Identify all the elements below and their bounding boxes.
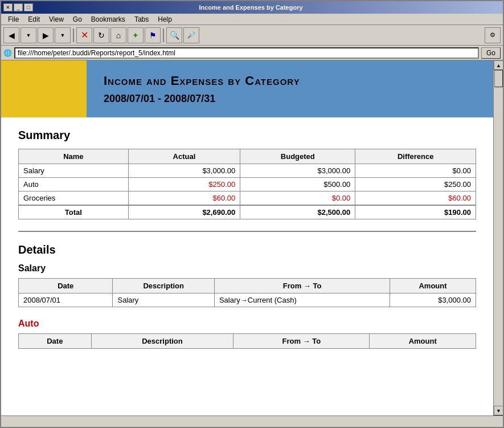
summary-row-difference: $60.00	[355, 191, 476, 206]
location-label: 🌐	[3, 49, 12, 57]
browser-window: ✕ _ □ Income and Expenses by Category Fi…	[0, 0, 504, 428]
summary-row-name: Groceries	[19, 191, 129, 206]
browser-content: Income and Expenses by Category 2008/07/…	[1, 60, 503, 415]
summary-row-difference: $0.00	[355, 164, 476, 178]
detail-col-from-to-salary: From → To	[214, 279, 390, 294]
detail-table-auto: Date Description From → To Amount	[18, 333, 476, 349]
summary-row-budgeted: $3,000.00	[240, 164, 355, 178]
detail-header-row-auto: Date Description From → To Amount	[19, 334, 476, 349]
table-row: 2008/07/01 Salary Salary→Current (Cash) …	[19, 294, 476, 307]
section-divider	[18, 231, 476, 232]
summary-row-budgeted: $0.00	[240, 191, 355, 206]
salary-date: 2008/07/01	[19, 294, 113, 307]
summary-row-name: Auto	[19, 178, 129, 191]
salary-from-to: Salary→Current (Cash)	[214, 294, 390, 307]
summary-row-actual: $250.00	[128, 178, 240, 191]
menu-file[interactable]: File	[3, 14, 23, 25]
detail-col-date-auto: Date	[19, 334, 92, 349]
menu-bookmarks[interactable]: Bookmarks	[87, 14, 130, 25]
detail-col-desc-salary: Description	[113, 279, 214, 294]
scroll-up-button[interactable]: ▲	[494, 60, 503, 70]
window-title: Income and Expenses by Category	[33, 4, 469, 11]
category-title-auto: Auto	[18, 319, 476, 329]
window-controls: ✕ _ □	[3, 3, 33, 11]
report-title: Income and Expenses by Category	[104, 74, 300, 88]
summary-row-actual: $3,000.00	[128, 164, 240, 178]
summary-total-cell-2: $2,500.00	[240, 205, 355, 219]
summary-row-name: Salary	[19, 164, 129, 178]
menu-bar: File Edit View Go Bookmarks Tabs Help	[1, 14, 503, 25]
forward-dropdown[interactable]: ▼	[55, 27, 71, 43]
table-row: Auto$250.00$500.00$250.00	[19, 178, 476, 191]
page-content: Income and Expenses by Category 2008/07/…	[1, 60, 493, 372]
detail-col-from-to-auto: From → To	[233, 334, 370, 349]
content-area: Summary Name Actual Budgeted Difference …	[1, 117, 493, 372]
header-text-area: Income and Expenses by Category 2008/07/…	[87, 60, 317, 117]
table-row: Salary$3,000.00$3,000.00$0.00	[19, 164, 476, 178]
address-bar: 🌐 Go	[1, 46, 503, 60]
menu-go[interactable]: Go	[68, 14, 87, 25]
forward-button[interactable]: ▶	[38, 27, 54, 43]
scroll-thumb[interactable]	[494, 70, 503, 87]
bookmark-flag[interactable]: ⚑	[145, 27, 161, 43]
status-bar	[1, 415, 503, 427]
summary-col-actual: Actual	[128, 149, 240, 164]
detail-col-desc-auto: Description	[91, 334, 233, 349]
salary-amount: $3,000.00	[390, 294, 476, 307]
menu-view[interactable]: View	[44, 14, 68, 25]
detail-header-row-salary: Date Description From → To Amount	[19, 279, 476, 294]
report-date-range: 2008/07/01 - 2008/07/31	[104, 93, 300, 105]
summary-col-budgeted: Budgeted	[240, 149, 355, 164]
menu-tabs[interactable]: Tabs	[130, 14, 153, 25]
summary-total-cell-1: $2,690.00	[128, 205, 240, 219]
back-dropdown[interactable]: ▼	[21, 27, 36, 43]
summary-total-row: Total$2,690.00$2,500.00$190.00	[19, 205, 476, 219]
detail-table-salary: Date Description From → To Amount 2008/0…	[18, 278, 476, 307]
home-button[interactable]: ⌂	[110, 27, 126, 43]
back-button[interactable]: ◀	[3, 27, 19, 43]
summary-col-difference: Difference	[355, 149, 476, 164]
summary-row-budgeted: $500.00	[240, 178, 355, 191]
summary-total-cell-0: Total	[19, 205, 129, 219]
salary-description: Salary	[113, 294, 214, 307]
close-button[interactable]: ✕	[3, 3, 13, 11]
stop-button[interactable]: ✕	[76, 27, 92, 43]
summary-section-title: Summary	[18, 129, 476, 142]
category-title-salary: Salary	[18, 263, 476, 274]
scroll-down-button[interactable]: ▼	[494, 406, 503, 415]
url-input[interactable]	[14, 47, 479, 59]
summary-header-row: Name Actual Budgeted Difference	[19, 149, 476, 164]
refresh-button[interactable]: ↻	[93, 27, 109, 43]
minimize-button[interactable]: _	[14, 3, 23, 11]
scroll-track[interactable]	[494, 70, 503, 406]
header-yellow-decoration	[1, 60, 87, 117]
zoom-button[interactable]: 🔎	[183, 27, 199, 43]
page-scroll-area[interactable]: Income and Expenses by Category 2008/07/…	[1, 60, 493, 415]
summary-col-name: Name	[19, 149, 129, 164]
details-section-title: Details	[18, 243, 476, 256]
maximize-button[interactable]: □	[24, 3, 33, 11]
menu-edit[interactable]: Edit	[23, 14, 44, 25]
summary-total-cell-3: $190.00	[355, 205, 476, 219]
report-header: Income and Expenses by Category 2008/07/…	[1, 60, 493, 117]
detail-col-amount-salary: Amount	[390, 279, 476, 294]
summary-row-difference: $250.00	[355, 178, 476, 191]
summary-row-actual: $60.00	[128, 191, 240, 206]
vertical-scrollbar: ▲ ▼	[493, 60, 503, 415]
search-button[interactable]: 🔍	[166, 27, 182, 43]
toolbar: ◀ ▼ ▶ ▼ ✕ ↻ ⌂ ✦ ⚑ 🔍 🔎 ⚙	[1, 25, 503, 46]
menu-help[interactable]: Help	[153, 14, 177, 25]
summary-table: Name Actual Budgeted Difference Salary$3…	[18, 149, 476, 219]
table-row: Groceries$60.00$0.00$60.00	[19, 191, 476, 206]
title-bar: ✕ _ □ Income and Expenses by Category	[1, 1, 503, 14]
go-button[interactable]: Go	[481, 47, 501, 59]
detail-col-amount-auto: Amount	[370, 334, 476, 349]
toolbar-separator-2	[163, 28, 164, 42]
settings-icon[interactable]: ⚙	[485, 27, 501, 43]
bookmark-button[interactable]: ✦	[128, 27, 144, 43]
toolbar-separator-1	[73, 28, 74, 42]
detail-col-date-salary: Date	[19, 279, 113, 294]
